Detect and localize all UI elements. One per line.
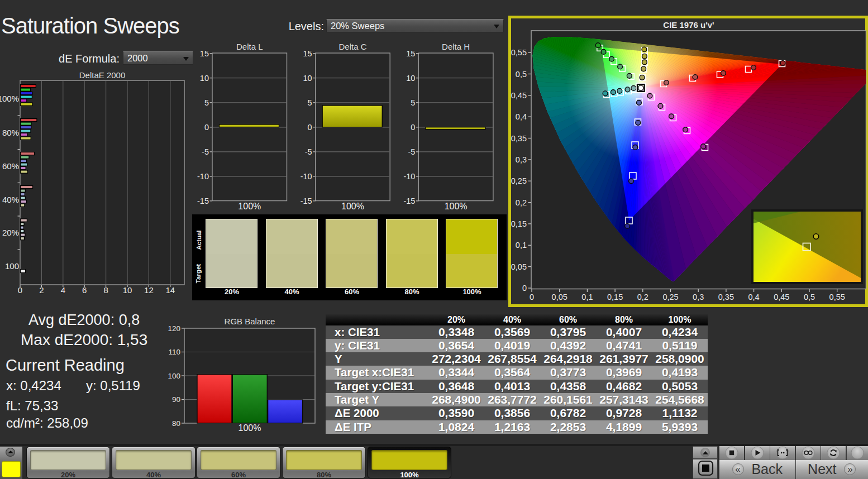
svg-text:15: 15	[303, 49, 312, 58]
svg-text:100%: 100%	[445, 202, 468, 211]
svg-text:0: 0	[411, 123, 415, 132]
svg-text:-5: -5	[305, 147, 312, 156]
svg-text:0: 0	[522, 284, 527, 293]
svg-text:100%: 100%	[239, 423, 261, 433]
svg-text:80: 80	[172, 419, 180, 428]
svg-text:-15: -15	[197, 197, 209, 205]
svg-text:0,5: 0,5	[516, 70, 527, 79]
svg-text:0,5: 0,5	[804, 293, 815, 301]
svg-text:0,4: 0,4	[516, 112, 527, 121]
svg-text:-15: -15	[403, 197, 415, 205]
svg-text:0,55: 0,55	[829, 293, 845, 301]
svg-text:0,2: 0,2	[516, 198, 527, 207]
svg-text:0,4: 0,4	[748, 293, 760, 301]
svg-text:10: 10	[303, 74, 312, 83]
svg-text:100: 100	[5, 261, 19, 271]
svg-text:0: 0	[308, 123, 312, 132]
svg-text:0,2: 0,2	[637, 293, 648, 301]
svg-text:120: 120	[168, 324, 180, 333]
svg-text:0,05: 0,05	[552, 293, 567, 301]
svg-text:0,3: 0,3	[693, 293, 704, 301]
svg-text:90: 90	[172, 395, 180, 404]
svg-text:0,15: 0,15	[607, 293, 623, 301]
svg-text:Delta H: Delta H	[442, 42, 470, 51]
svg-text:CIE 1976 u'v': CIE 1976 u'v'	[663, 20, 714, 30]
svg-text:5: 5	[411, 98, 415, 107]
svg-text:-10: -10	[403, 172, 415, 181]
svg-text:0,3: 0,3	[516, 155, 527, 164]
svg-text:80%: 80%	[2, 128, 19, 137]
svg-text:5: 5	[308, 98, 312, 107]
svg-text:RGB Balance: RGB Balance	[225, 317, 275, 326]
svg-text:0,15: 0,15	[511, 219, 527, 228]
svg-text:DeltaE 2000: DeltaE 2000	[79, 70, 126, 80]
svg-text:100: 100	[168, 372, 180, 380]
svg-text:15: 15	[406, 49, 415, 58]
svg-text:0,55: 0,55	[511, 48, 527, 57]
svg-text:110: 110	[168, 348, 180, 356]
svg-text:60%: 60%	[2, 161, 19, 171]
svg-text:100%: 100%	[341, 202, 364, 211]
svg-text:0,45: 0,45	[774, 293, 789, 301]
svg-text:10: 10	[200, 74, 209, 83]
svg-text:0: 0	[530, 293, 534, 301]
svg-text:Delta L: Delta L	[236, 42, 263, 51]
svg-text:0: 0	[204, 123, 209, 132]
svg-text:-5: -5	[202, 147, 209, 156]
svg-text:0,35: 0,35	[718, 293, 734, 301]
svg-text:0,25: 0,25	[662, 293, 678, 301]
svg-text:0,35: 0,35	[511, 134, 527, 143]
svg-text:-5: -5	[408, 147, 415, 156]
svg-text:100%: 100%	[0, 94, 19, 103]
svg-text:0,25: 0,25	[511, 176, 527, 185]
svg-text:0,05: 0,05	[511, 262, 527, 271]
svg-text:-10: -10	[197, 172, 209, 181]
svg-text:5: 5	[204, 98, 209, 107]
svg-text:0,45: 0,45	[511, 91, 527, 100]
svg-text:10: 10	[406, 74, 415, 83]
svg-text:15: 15	[200, 49, 209, 58]
svg-text:-10: -10	[301, 172, 312, 181]
svg-text:40%: 40%	[2, 195, 19, 204]
svg-text:20%: 20%	[2, 228, 19, 237]
svg-text:Delta C: Delta C	[338, 42, 366, 51]
svg-text:0,1: 0,1	[516, 241, 527, 250]
svg-text:-15: -15	[301, 197, 312, 205]
svg-text:100%: 100%	[238, 202, 261, 211]
svg-text:0,1: 0,1	[581, 293, 593, 301]
